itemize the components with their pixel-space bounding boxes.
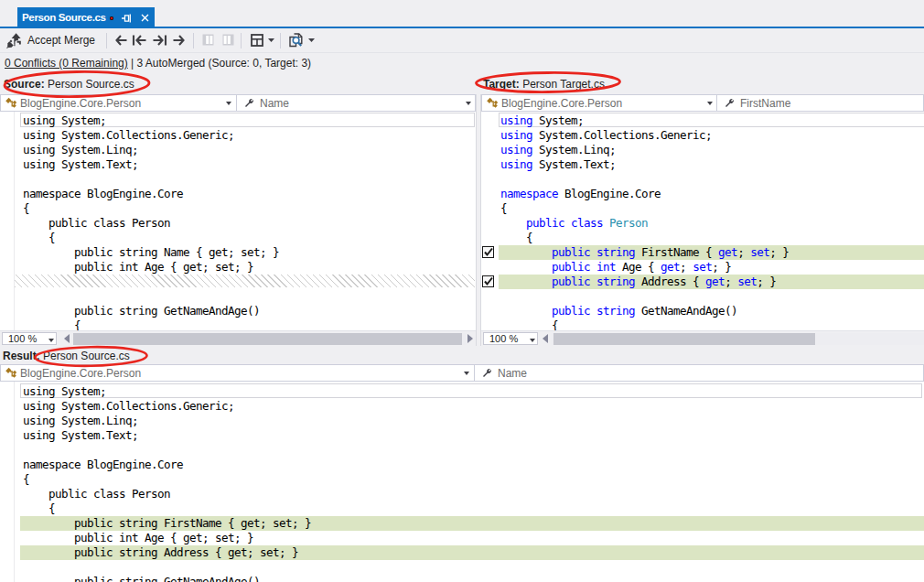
source-file-name: Person Source.cs bbox=[48, 78, 134, 91]
code-line: { bbox=[23, 201, 29, 216]
current-line-border bbox=[20, 383, 922, 398]
result-file-label: Result: Person Source.cs bbox=[3, 350, 130, 362]
chevron-down-icon[interactable] bbox=[466, 102, 471, 105]
compare-dropdown-caret[interactable] bbox=[307, 28, 316, 52]
chevron-down-icon[interactable] bbox=[707, 102, 713, 105]
chevron-down-icon[interactable] bbox=[226, 102, 231, 105]
toolbar-separator bbox=[241, 33, 242, 48]
class-icon bbox=[486, 97, 499, 109]
code-line: public int Age { get; set; } bbox=[23, 531, 253, 545]
class-icon bbox=[5, 97, 17, 109]
arrow-right-icon bbox=[172, 34, 186, 47]
result-label-caption: Result: bbox=[3, 350, 40, 362]
merge-tool-window: Person Source.cs Acc bbox=[0, 0, 924, 582]
code-line: using System; bbox=[23, 113, 106, 128]
scroll-right-arrow[interactable] bbox=[467, 334, 473, 343]
code-line: using System.Text; bbox=[23, 157, 138, 172]
include-change-checkbox[interactable] bbox=[482, 246, 494, 258]
document-tab[interactable]: Person Source.cs bbox=[17, 7, 155, 27]
merge-status-line: 0 Conflicts (0 Remaining) | 3 AutoMerged… bbox=[0, 53, 924, 73]
source-scope-text: BlogEngine.Core.Person bbox=[20, 97, 141, 110]
code-line: public string GetNameAndAge() bbox=[23, 575, 260, 582]
result-file-name: Person Source.cs bbox=[43, 350, 130, 362]
result-code-editor[interactable]: using System;using System.Collections.Ge… bbox=[0, 382, 924, 582]
merge-layout-grid-icon bbox=[251, 34, 263, 47]
editor-margin-line bbox=[14, 112, 15, 330]
code-line: using System.Collections.Generic; bbox=[500, 128, 712, 143]
target-scope-dropdown[interactable]: BlogEngine.Core.Person bbox=[482, 95, 716, 111]
target-navigation-bar: BlogEngine.Core.Person FirstName bbox=[481, 94, 924, 112]
code-line: using System; bbox=[23, 384, 106, 399]
source-zoom-level: 100 % bbox=[8, 333, 37, 344]
layout-dropdown-caret[interactable] bbox=[267, 28, 275, 52]
source-member-dropdown[interactable]: Name bbox=[237, 95, 476, 111]
wrench-icon bbox=[482, 368, 492, 378]
code-line: public string GetNameAndAge() bbox=[23, 304, 260, 318]
source-pane: BlogEngine.Core.Person Name using System… bbox=[0, 94, 477, 346]
code-line: using System.Collections.Generic; bbox=[23, 399, 234, 414]
source-scope-dropdown[interactable]: BlogEngine.Core.Person bbox=[1, 95, 236, 111]
scroll-left-arrow[interactable] bbox=[64, 334, 70, 343]
code-line: public string Address { get; set; } bbox=[23, 545, 298, 560]
close-tab-icon[interactable] bbox=[141, 14, 149, 22]
source-zoom-dropdown[interactable]: 100 % bbox=[2, 332, 57, 345]
chevron-down-icon[interactable] bbox=[464, 372, 469, 375]
target-zoom-level: 100 % bbox=[489, 333, 518, 344]
first-change-button[interactable] bbox=[132, 28, 147, 52]
code-line: { bbox=[23, 231, 55, 245]
compare-options-button[interactable] bbox=[288, 33, 304, 48]
toolbar-separator bbox=[193, 33, 194, 48]
target-code-editor[interactable]: using System;using System.Collections.Ge… bbox=[481, 112, 924, 330]
result-member-dropdown[interactable]: Name bbox=[475, 365, 924, 381]
target-source-view-button bbox=[222, 34, 234, 46]
result-scope-text: BlogEngine.Core.Person bbox=[20, 367, 141, 380]
source-file-label: Source: Person Source.cs bbox=[4, 78, 134, 91]
source-member-text: Name bbox=[260, 97, 289, 110]
scrollbar-thumb[interactable] bbox=[553, 333, 815, 345]
code-line: { bbox=[500, 201, 507, 216]
target-bottom-bar: 100 % bbox=[481, 330, 924, 346]
accept-merge-button[interactable]: Accept Merge bbox=[5, 28, 95, 52]
target-scope-text: BlogEngine.Core.Person bbox=[501, 97, 622, 110]
source-label-caption: Source: bbox=[4, 78, 45, 91]
code-line: using System.Linq; bbox=[23, 414, 138, 428]
code-line: using System.Linq; bbox=[500, 143, 616, 157]
source-target-view-button bbox=[202, 34, 214, 46]
layout-button[interactable] bbox=[251, 34, 263, 47]
pin-icon[interactable] bbox=[122, 14, 132, 23]
target-zoom-dropdown[interactable]: 100 % bbox=[483, 332, 538, 345]
scrollbar-thumb[interactable] bbox=[73, 333, 462, 345]
chevron-down-icon bbox=[48, 339, 54, 342]
class-icon bbox=[5, 367, 17, 379]
conflicts-link[interactable]: 0 Conflicts (0 Remaining) bbox=[5, 57, 128, 70]
chevron-down-icon bbox=[307, 38, 316, 43]
previous-change-button[interactable] bbox=[114, 28, 128, 52]
code-line: public string Address { get; set; } bbox=[500, 275, 776, 289]
next-change-button[interactable] bbox=[172, 28, 186, 52]
code-line: using System.Text; bbox=[500, 157, 616, 172]
missing-lines-hatch-band bbox=[15, 275, 475, 287]
code-line: { bbox=[500, 231, 532, 245]
target-member-dropdown[interactable]: FirstName bbox=[717, 95, 924, 111]
document-tab-bar: Person Source.cs bbox=[0, 0, 924, 27]
include-change-checkbox[interactable] bbox=[482, 275, 494, 287]
accept-merge-label: Accept Merge bbox=[27, 34, 95, 47]
code-line: namespace BlogEngine.Core bbox=[23, 187, 183, 201]
code-line: { bbox=[23, 472, 29, 487]
source-code-editor[interactable]: using System;using System.Collections.Ge… bbox=[0, 112, 477, 330]
code-line: using System.Collections.Generic; bbox=[23, 128, 234, 143]
scroll-left-arrow[interactable] bbox=[543, 334, 548, 343]
code-line: public string FirstName { get; set; } bbox=[500, 245, 789, 260]
source-bottom-bar: 100 % bbox=[0, 330, 477, 346]
chevron-down-icon bbox=[530, 339, 535, 342]
arrow-left-icon bbox=[114, 34, 128, 47]
target-member-text: FirstName bbox=[740, 97, 790, 110]
code-line: using System; bbox=[500, 113, 584, 128]
code-line: namespace BlogEngine.Core bbox=[23, 458, 183, 472]
code-line: public class Person bbox=[23, 487, 170, 501]
last-change-button[interactable] bbox=[152, 28, 167, 52]
result-scope-dropdown[interactable]: BlogEngine.Core.Person bbox=[1, 365, 474, 381]
arrow-left-bar-icon bbox=[132, 34, 147, 47]
chevron-down-icon bbox=[267, 38, 275, 43]
code-line: public string Name { get; set; } bbox=[23, 245, 279, 260]
